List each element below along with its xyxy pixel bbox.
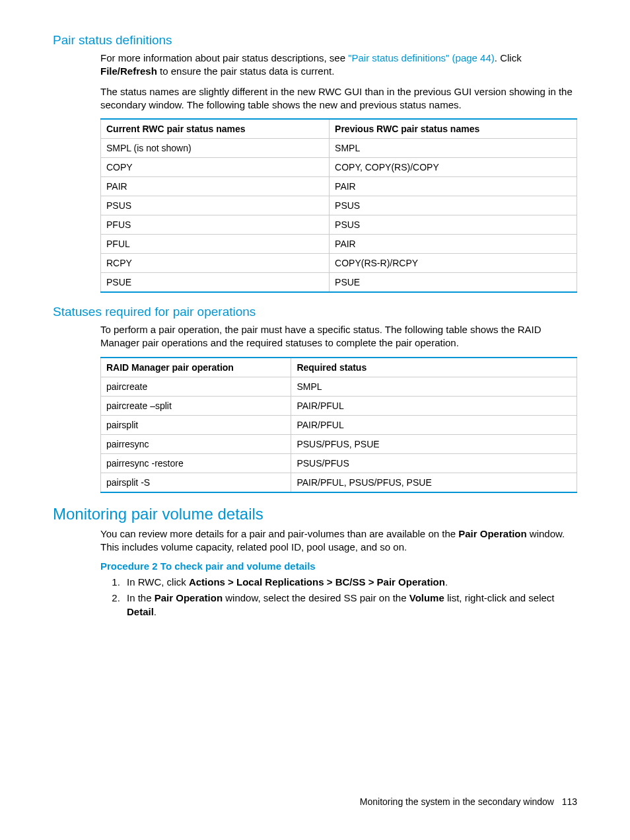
text: . (154, 606, 157, 617)
table-header: Previous RWC pair status names (330, 119, 577, 139)
table-cell: COPY (101, 158, 330, 177)
text-bold: Pair Operation (458, 528, 526, 539)
paragraph: To perform a pair operation, the pair mu… (53, 323, 577, 350)
table-row: paircreate –splitPAIR/PFUL (101, 396, 577, 415)
table-header: Current RWC pair status names (101, 119, 330, 139)
table-row: PAIRPAIR (101, 177, 577, 196)
table-cell: PAIR/PFUL (291, 396, 577, 415)
text-bold: Actions > Local Replications > BC/SS > P… (189, 576, 445, 588)
heading-statuses-required: Statuses required for pair operations (53, 305, 577, 319)
table-cell: PAIR (101, 177, 330, 196)
text: to ensure the pair status data is curren… (157, 65, 334, 77)
table-row: pairresyncPSUS/PFUS, PSUE (101, 434, 577, 453)
table-cell: PAIR (330, 177, 577, 196)
link-pair-status-definitions[interactable]: "Pair status definitions" (page 44) (348, 52, 495, 63)
table-row: PSUEPSUE (101, 273, 577, 293)
heading-pair-status-definitions: Pair status definitions (53, 33, 577, 48)
table-cell: PSUE (330, 273, 577, 293)
table-cell: pairsplit -S (101, 473, 291, 492)
heading-monitoring-pair-volume: Monitoring pair volume details (53, 505, 577, 523)
table-required-status: RAID Manager pair operation Required sta… (100, 357, 577, 493)
table-row: pairresync -restorePSUS/PFUS (101, 453, 577, 473)
text: In RWC, click (127, 576, 189, 588)
table-row: pairsplitPAIR/PFUL (101, 415, 577, 434)
text-bold: Pair Operation (155, 592, 223, 603)
text: . (445, 576, 448, 588)
paragraph: You can review more details for a pair a… (53, 527, 577, 554)
table-row: PFUSPSUS (101, 215, 577, 235)
table-cell: PFUL (101, 235, 330, 254)
table-header: Required status (291, 358, 577, 377)
procedure-heading: Procedure 2 To check pair and volume det… (53, 560, 577, 572)
table-cell: PAIR (330, 235, 577, 254)
table-cell: paircreate (101, 377, 291, 396)
table-cell: PSUS/PFUS, PSUE (291, 434, 577, 453)
table-row: RCPYCOPY(RS-R)/RCPY (101, 254, 577, 273)
table-header: RAID Manager pair operation (101, 358, 291, 377)
text: list, right-click and select (444, 592, 555, 603)
table-cell: pairresync -restore (101, 453, 291, 473)
text-bold: Detail (127, 606, 154, 617)
table-cell: PSUE (101, 273, 330, 293)
table-cell: PAIR/PFUL (291, 415, 577, 434)
table-cell: PAIR/PFUL, PSUS/PFUS, PSUE (291, 473, 577, 492)
footer-text: Monitoring the system in the secondary w… (360, 796, 554, 807)
table-cell: PFUS (101, 215, 330, 235)
list-item: In the Pair Operation window, select the… (123, 592, 577, 619)
paragraph: The status names are slightly different … (53, 85, 577, 112)
text: For more information about pair status d… (100, 52, 348, 63)
procedure-steps: In RWC, click Actions > Local Replicatio… (53, 576, 577, 619)
table-cell: SMPL (is not shown) (101, 139, 330, 158)
text-bold: File/Refresh (100, 65, 157, 77)
text: . Click (495, 52, 522, 63)
table-cell: paircreate –split (101, 396, 291, 415)
table-row: SMPL (is not shown)SMPL (101, 139, 577, 158)
table-row: PSUSPSUS (101, 196, 577, 215)
table-cell: COPY, COPY(RS)/COPY (330, 158, 577, 177)
table-cell: pairsplit (101, 415, 291, 434)
text: You can review more details for a pair a… (100, 528, 458, 539)
table-row: COPYCOPY, COPY(RS)/COPY (101, 158, 577, 177)
table-cell: SMPL (330, 139, 577, 158)
text: window, select the desired SS pair on th… (223, 592, 409, 603)
table-status-names: Current RWC pair status names Previous R… (100, 118, 577, 293)
table-row: pairsplit -SPAIR/PFUL, PSUS/PFUS, PSUE (101, 473, 577, 492)
table-cell: pairresync (101, 434, 291, 453)
text: In the (127, 592, 155, 603)
table-cell: COPY(RS-R)/RCPY (330, 254, 577, 273)
page-footer: Monitoring the system in the secondary w… (360, 796, 577, 807)
table-row: paircreateSMPL (101, 377, 577, 396)
table-cell: PSUS/PFUS (291, 453, 577, 473)
table-cell: PSUS (330, 215, 577, 235)
table-cell: PSUS (101, 196, 330, 215)
list-item: In RWC, click Actions > Local Replicatio… (123, 576, 577, 589)
table-cell: RCPY (101, 254, 330, 273)
table-cell: PSUS (330, 196, 577, 215)
paragraph: For more information about pair status d… (53, 52, 577, 79)
table-row: PFULPAIR (101, 235, 577, 254)
text-bold: Volume (409, 592, 444, 603)
page-number: 113 (562, 796, 577, 807)
table-cell: SMPL (291, 377, 577, 396)
